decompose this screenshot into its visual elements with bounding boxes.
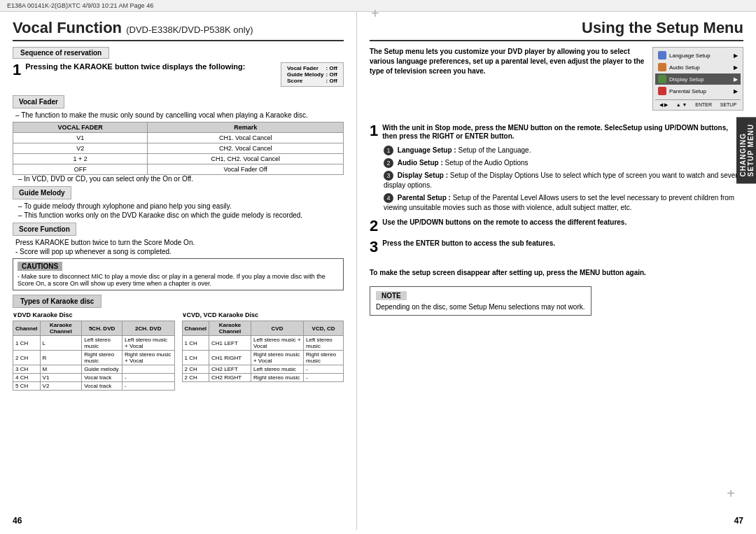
language-icon [658,51,666,59]
menu-row-parental: Parental Setup ▶ [655,85,741,97]
note-text: Depending on the disc, some Setup Menu s… [376,303,585,311]
score-item-0: Press KARAOKE button twice to turn the S… [13,239,344,246]
menu-row-audio: Audio Setup ▶ [655,62,741,73]
page-wrapper: Vocal Function (DVD-E338K/DVD-P538K only… [0,12,756,530]
vf-row1: Vocal Fader : Off [287,65,337,71]
table-row: 1 CH CH1 RIGHT Right stereo music + Voca… [182,351,344,365]
table-row: 2 CH CH2 LEFT Left stereo music - [182,365,344,374]
table-row: 1 CH CH1 LEFT Left stereo music + Vocal … [182,336,344,351]
guide-melody-section: Guide Melody – To guide melody through x… [13,186,344,219]
vf-row3: Score : Off [287,78,337,84]
table-row: 1 + 2 CH1, CH2. Vocal Cancel [13,154,344,164]
cautions-label: CAUTIONS [18,262,62,271]
note-box: NOTE Depending on the disc, some Setup M… [370,286,592,316]
score-item-1: - Score will pop up whenever a song is c… [13,248,344,255]
sequence-box: Sequence of reservation [13,47,109,59]
score-function-box: Score Function [13,223,76,236]
parental-icon [658,87,666,95]
right-step3-text: Press the ENTER button to access the sub… [382,239,555,247]
crosshair-top: + [371,6,379,22]
setup-item-4: 4 Parental Setup : Setup of the Parental… [384,193,743,213]
cautions-text: - Make sure to disconnect MIC to play a … [18,273,339,287]
sidebar-tab: CHANGING SETUP MENU [736,117,756,183]
left-panel: Vocal Function (DVD-E338K/DVD-P538K only… [0,12,357,530]
note-label: NOTE [376,291,407,300]
left-page-title: Vocal Function (DVD-E338K/DVD-P538K only… [13,19,344,41]
guide-melody-item-0: – To guide melody through xylophone and … [13,202,344,210]
right-panel: Using the Setup Menu Language Setup ▶ Au… [357,12,756,530]
right-step1-block: 1 With the unit in Stop mode, press the … [370,123,743,140]
right-step2-block: 2 Use the UP/DOWN buttons on the remote … [370,218,743,234]
dvd-section: ∨DVD Karaoke Disc Channel Karaoke Channe… [13,311,175,391]
audio-icon [658,63,666,71]
setup-item-1: 1 Language Setup : Setup of the Language… [384,146,743,155]
note-top-text: To make the setup screen disappear after… [370,269,743,276]
top-bar-text: E138A 00141K-2(GB)XTC 4/9/03 10:21 AM Pa… [7,2,153,9]
step1-text: 1 Pressing the KARAOKE button twice disp… [13,62,344,87]
menu-row-display: Display Setup ▶ [655,73,741,85]
types-section: Types of Karaoke disc ∨DVD Karaoke Disc … [13,295,344,391]
setup-menu-display: Language Setup ▶ Audio Setup ▶ Display S… [652,47,743,111]
table-row: 2 CH R Right stereo music Right stereo m… [13,351,175,365]
table-row: 1 CH L Left stereo music Left stereo mus… [13,336,175,351]
vocal-fader-section: Vocal Fader – The function to make the m… [13,95,344,183]
setup-item-3: 3 Display Setup : Setup of the Display O… [384,171,743,190]
dvd-table: Channel Karaoke Channel 5CH. DVD 2CH. DV… [13,321,175,391]
vocal-table-header-1: Remark [148,122,344,133]
page-num-left: 46 [13,516,22,526]
right-step2-text: Use the UP/DOWN buttons on the remote to… [382,218,626,226]
guide-melody-item-1: – This function works only on the DVD Ka… [13,211,344,219]
table-row: V1 CH1. Vocal Cancel [13,133,344,143]
vocal-fader-desc: – The function to make the music only so… [13,111,344,119]
cautions-box: CAUTIONS - Make sure to disconnect MIC t… [13,258,344,290]
setup-items: 1 Language Setup : Setup of the Language… [384,146,743,213]
vocal-note: – In VCD, DVD or CD, you can select only… [13,175,344,183]
right-page-title: Using the Setup Menu [370,19,743,41]
dvd-title: ∨DVD Karaoke Disc [13,311,175,318]
note-top-area: To make the setup screen disappear after… [370,269,743,316]
intro-block: Language Setup ▶ Audio Setup ▶ Display S… [370,47,743,116]
guide-melody-box: Guide Melody [13,186,71,199]
vcd-table: Channel Karaoke Channel CVD VCD, CD 1 CH… [182,321,344,382]
types-box: Types of Karaoke disc [13,295,102,308]
table-row: OFF Vocal Fader Off [13,164,344,175]
right-step1-text: With the unit in Stop mode, press the ME… [382,124,728,140]
vocal-fader-display: Vocal Fader : Off Guide Melody : Off Sco… [281,62,344,87]
right-step3-block: 3 Press the ENTER button to access the s… [370,239,743,255]
vocal-table-header-0: VOCAL FADER [13,122,148,133]
crosshair-bottom-right: + [727,486,735,502]
table-row: 2 CH CH2 RIGHT Right stereo music - [182,374,344,382]
disc-tables: ∨DVD Karaoke Disc Channel Karaoke Channe… [13,311,344,391]
table-row: 5 CH V2 Vocal track - [13,382,175,391]
table-row: 4 CH V1 Vocal track - [13,374,175,382]
setup-item-2: 2 Audio Setup : Setup of the Audio Optio… [384,158,743,168]
vcd-section: ∨CVD, VCD Karaoke Disc Channel Karaoke C… [182,311,344,391]
menu-controls: ◀ ▶ ▲ ▼ ENTER SETUP [655,99,741,108]
score-function-section: Score Function Press KARAOKE button twic… [13,223,344,255]
table-row: 3 CH M Guide melody [13,365,175,374]
vocal-table: VOCAL FADER Remark V1 CH1. Vocal Cancel … [13,122,344,175]
display-icon [658,75,666,83]
step1-block: 1 Pressing the KARAOKE button twice disp… [13,62,344,90]
vocal-fader-box: Vocal Fader [13,95,64,108]
menu-row-language: Language Setup ▶ [655,50,741,61]
table-row: V2 CH2. Vocal Cancel [13,143,344,154]
page-num-right: 47 [734,516,743,526]
vf-row2: Guide Melody : Off [287,71,337,78]
vcd-title: ∨CVD, VCD Karaoke Disc [182,311,344,318]
